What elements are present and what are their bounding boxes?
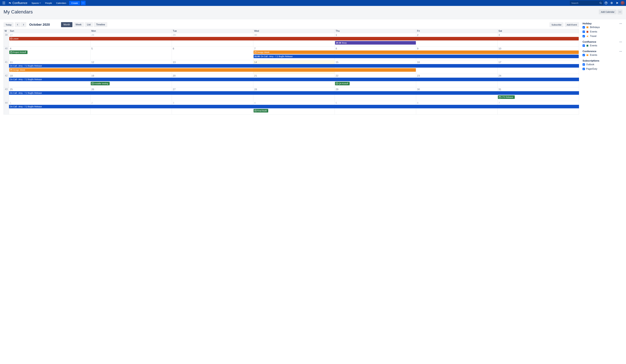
view-list-button[interactable]: List bbox=[85, 22, 93, 27]
nav-spaces[interactable]: Spaces bbox=[29, 0, 43, 6]
day-header: Sat bbox=[498, 29, 579, 33]
sidebar-group-menu-button[interactable] bbox=[619, 51, 623, 52]
event-time: 21:00 bbox=[254, 55, 260, 58]
create-button[interactable]: Create bbox=[69, 1, 80, 5]
svg-point-18 bbox=[620, 23, 620, 24]
user-avatar[interactable] bbox=[621, 1, 625, 5]
calendar-week-row: 4218192021222324On Call - Amy - 7.2 Bugf… bbox=[4, 74, 579, 87]
confluence-logo[interactable]: Confluence bbox=[6, 1, 29, 5]
calendar-checkbox[interactable] bbox=[583, 54, 585, 56]
event-label: Final Build bbox=[257, 109, 267, 112]
sidebar-item-label: Events bbox=[590, 44, 597, 47]
calendar-event[interactable]: On Call - Amy - 7.2 Bugfix Release bbox=[9, 64, 579, 67]
event-label: On Call - Amy - 7.2 Bugfix Release bbox=[10, 78, 42, 81]
calendar-checkbox[interactable] bbox=[583, 26, 585, 29]
svg-point-25 bbox=[620, 42, 621, 42]
calendar-event[interactable]: On Call - Amy - 7.2 Bugfix Release bbox=[9, 78, 579, 81]
event-label: On Call - Amy - 7.2 Bugfix Release bbox=[10, 105, 42, 108]
view-month-button[interactable]: Month bbox=[61, 22, 72, 27]
calendar-icon bbox=[92, 83, 94, 85]
sidebar-calendar-item[interactable]: PagerDuty bbox=[583, 67, 623, 71]
svg-rect-27 bbox=[587, 45, 588, 46]
calendar-icon bbox=[586, 31, 589, 33]
subscribe-button[interactable]: Subscribe bbox=[549, 22, 563, 27]
week-number: 42 bbox=[4, 74, 9, 87]
sidebar-group-title: Confluence bbox=[583, 40, 619, 43]
calendar-event[interactable]: On Call - Amy - 7.2 Bugfix Release bbox=[9, 91, 579, 95]
page-more-button[interactable] bbox=[617, 9, 623, 14]
sidebar-calendar-item[interactable]: Birthdays bbox=[583, 25, 623, 30]
event-label: Busy bbox=[342, 41, 347, 45]
sidebar-item-label: Outlook bbox=[586, 63, 594, 66]
sidebar-group-menu-button[interactable] bbox=[619, 41, 623, 42]
calendar-checkbox[interactable] bbox=[583, 44, 585, 47]
svg-point-0 bbox=[82, 3, 83, 3]
calendar-event[interactable]: On Call - Amy - 7.2 Bugfix Release bbox=[9, 105, 579, 108]
svg-point-30 bbox=[621, 51, 622, 52]
prev-month-button[interactable] bbox=[15, 22, 20, 27]
next-month-button[interactable] bbox=[21, 22, 26, 27]
plane-icon bbox=[586, 35, 589, 37]
calendar-event[interactable]: Design Week bbox=[254, 50, 579, 54]
sidebar-calendar-item[interactable]: Outlook bbox=[583, 62, 623, 67]
calendar-event[interactable]: Project Kickoff bbox=[9, 50, 28, 54]
calendar-week-row: 4111121314151617On Call - Amy - 7.2 Bugf… bbox=[4, 60, 579, 74]
view-week-button[interactable]: Week bbox=[73, 22, 84, 27]
week-number: 43 bbox=[4, 87, 9, 101]
calendar-icon bbox=[254, 51, 257, 53]
calendar-event[interactable]: Final Build bbox=[254, 109, 268, 112]
calendar-checkbox[interactable] bbox=[583, 31, 585, 33]
calendar-event[interactable]: QA Kickoff bbox=[335, 82, 350, 85]
sidebar-calendar-item[interactable]: Events bbox=[583, 43, 623, 48]
calendar-event[interactable]: Design Week bbox=[9, 68, 416, 72]
calendar-checkbox[interactable] bbox=[583, 63, 585, 66]
notifications-button[interactable] bbox=[615, 0, 620, 6]
sidebar-group: HolidayBirthdaysEventsTravel bbox=[583, 22, 623, 38]
calendar-event[interactable]: Installer testing bbox=[91, 82, 110, 85]
sidebar-calendar-item[interactable]: Events bbox=[583, 30, 623, 34]
view-timeline-button[interactable]: Timeline bbox=[94, 22, 107, 27]
calendar-icon bbox=[10, 69, 12, 71]
calendar-checkbox[interactable] bbox=[583, 35, 585, 37]
search-input[interactable] bbox=[571, 2, 599, 4]
settings-button[interactable] bbox=[609, 0, 615, 6]
event-time: 20:30 bbox=[336, 41, 341, 45]
svg-point-7 bbox=[619, 12, 619, 12]
page-header: My Calendars Add Calendar bbox=[0, 6, 626, 19]
calendar-week-row: 4325262728293031On Call - Amy - 7.2 Bugf… bbox=[4, 87, 579, 101]
day-header: Thu bbox=[335, 29, 416, 33]
calendar-week-row: 4045678910Project KickoffDesign Week21:0… bbox=[4, 47, 579, 60]
calendar-icon bbox=[586, 44, 589, 47]
ellipsis-icon bbox=[82, 3, 84, 3]
svg-point-20 bbox=[621, 23, 622, 24]
calendar-event[interactable]: 20:30Busy bbox=[335, 41, 416, 45]
svg-point-8 bbox=[620, 12, 620, 12]
svg-rect-10 bbox=[10, 38, 12, 39]
sidebar-group: ConferenceEvents bbox=[583, 50, 623, 57]
today-button[interactable]: Today bbox=[3, 22, 14, 27]
svg-rect-16 bbox=[499, 96, 501, 98]
help-button[interactable] bbox=[603, 0, 609, 6]
nav-people[interactable]: People bbox=[43, 0, 54, 6]
calendar-checkbox[interactable] bbox=[583, 68, 585, 70]
add-event-button[interactable]: Add Event bbox=[565, 22, 579, 27]
calendar-event[interactable]: 21:00On Call - Amy - 7.2 Bugfix Release bbox=[254, 55, 579, 58]
nav-calendars[interactable]: Calendars bbox=[54, 0, 68, 6]
sidebar-group-menu-button[interactable] bbox=[619, 23, 623, 24]
add-calendar-button[interactable]: Add Calendar bbox=[599, 9, 617, 14]
sidebar-group-title: Conference bbox=[583, 50, 619, 53]
week-number: 40 bbox=[4, 47, 9, 60]
calendar-event[interactable]: LTS Release bbox=[498, 95, 515, 99]
svg-point-2 bbox=[84, 3, 84, 3]
svg-rect-17 bbox=[255, 110, 256, 112]
sidebar-calendar-item[interactable]: Events bbox=[583, 53, 623, 57]
sidebar-calendar-item[interactable]: Travel bbox=[583, 34, 623, 38]
ellipsis-icon bbox=[619, 12, 621, 12]
search-box[interactable] bbox=[570, 0, 603, 5]
app-switcher-button[interactable] bbox=[1, 0, 6, 5]
month-label: October 2020 bbox=[29, 23, 50, 27]
calendar-event[interactable]: Leave bbox=[9, 37, 579, 40]
ellipsis-icon bbox=[620, 42, 622, 42]
calendar-icon bbox=[336, 83, 338, 85]
create-more-button[interactable] bbox=[81, 1, 85, 5]
